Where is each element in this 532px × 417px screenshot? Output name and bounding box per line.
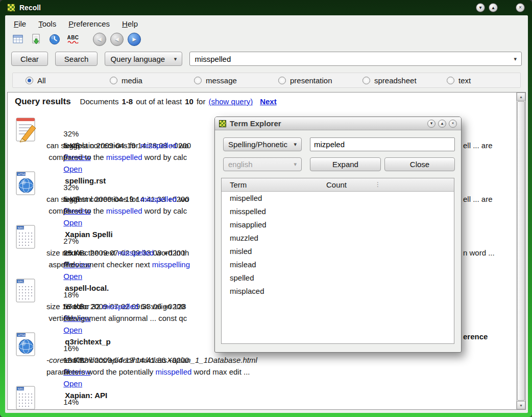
filter-option[interactable]: text [434,76,518,85]
result-snippet: parameters word the potentially misspell… [46,366,515,378]
result-headline: 14% 5 KB Preview Open indexer.h [46,384,515,396]
radio-icon[interactable] [278,77,286,84]
column-resize-handle[interactable]: ⋮ [375,180,381,190]
term-cell[interactable]: muzzled [222,231,326,245]
svg-text:SRC: SRC [18,226,25,229]
dialog-icon [219,120,226,127]
term-cell[interactable]: misapplied [222,218,326,231]
filter-option[interactable]: All [13,76,97,85]
radio-icon[interactable] [194,77,202,84]
filter-label: media [122,76,142,85]
page-navigation: ◀ ◀ ▶ [93,33,141,46]
filter-label: text [458,76,471,85]
term-column-header[interactable]: Term [222,180,326,189]
expansion-mode-combobox[interactable]: Spelling/Phonetic ▾ [223,137,302,151]
svg-text:HTML: HTML [18,334,27,337]
term-cell[interactable]: mispelled [222,192,326,205]
filter-row: All media message presentation spreadshe… [12,73,521,88]
app-icon [7,4,15,12]
window-controls: ▾ ▴ × [476,3,525,12]
term-cell[interactable]: misled [222,245,326,258]
language-combobox[interactable]: english ▾ [223,157,302,171]
search-row: Clear Search Query language ▾ ▾ [5,49,528,68]
radio-icon[interactable] [110,77,117,84]
save-query-icon[interactable] [30,33,43,46]
radio-icon[interactable] [362,77,370,84]
scroll-down-button[interactable]: ▼ [517,401,525,409]
term-table-header[interactable]: Term Count ⋮ [222,178,454,192]
close-button[interactable]: Close [384,157,455,171]
dialog-shade-button[interactable]: ▾ [427,120,436,128]
file-type-icon: SRC [15,384,46,410]
count-column-header[interactable]: Count [326,180,347,189]
term-row[interactable]: muzzled [222,231,454,245]
query-mode-combobox[interactable]: Query language ▾ [105,52,182,66]
result-range: 1-8 [122,97,133,106]
file-type-icon: HTML [15,331,46,378]
term-row[interactable]: misled [222,245,454,258]
term-cell[interactable]: spelled [222,271,326,285]
next-page-link[interactable]: Next [260,97,277,106]
results-title: Query results [15,97,71,107]
term-row[interactable]: misplaced [222,285,454,298]
scroll-thumb[interactable] [517,101,525,401]
query-setup-icon[interactable] [11,33,25,46]
toolbar: ABC ◀ ◀ ▶ [5,30,528,49]
filter-option[interactable]: spreadsheet [350,76,434,85]
term-cell[interactable]: mislead [222,258,326,271]
next-page-button[interactable]: ▶ [128,33,141,46]
radio-icon[interactable] [447,77,454,84]
dialog-unshade-button[interactable]: ▴ [438,120,446,128]
of-text: out of at least [136,97,182,106]
dialog-title: Term Explorer [230,119,281,128]
search-button[interactable]: Search [55,52,98,66]
spellcheck-icon[interactable]: ABC [66,33,80,46]
term-row[interactable]: mispelled [222,192,454,205]
term-input[interactable] [310,137,455,151]
result-item: SRC 14% 5 KB Preview Open indexer.h text… [15,384,515,410]
query-input[interactable] [195,55,514,63]
menu-tools[interactable]: Tools [36,19,59,29]
expand-button[interactable]: Expand [310,157,381,171]
svg-text:SRC: SRC [18,387,25,390]
results-scrollbar[interactable]: ▲ ▼ [516,92,525,409]
radio-icon[interactable] [26,77,33,84]
term-row[interactable]: spelled [222,271,454,285]
first-page-button[interactable]: ◀ [93,33,106,46]
scroll-up-button[interactable]: ▲ [517,92,525,101]
term-explorer-dialog: Term Explorer ▾ ▴ × Spelling/Phonetic ▾ … [214,117,462,353]
result-total: 10 [185,97,194,106]
menu-file[interactable]: File [11,19,29,29]
for-word: for [197,97,206,106]
menu-preferences[interactable]: Preferences [66,19,112,29]
filter-option[interactable]: presentation [265,76,350,85]
term-cell[interactable]: misplaced [222,285,326,298]
file-type-icon: HTML [15,170,46,217]
file-type-icon: SRC [15,277,46,324]
filter-label: spreadsheet [374,76,417,85]
show-query-link[interactable]: (show query) [208,97,253,106]
filter-option[interactable]: message [181,76,265,85]
query-combobox[interactable]: ▾ [189,52,522,66]
term-row[interactable]: mislead [222,258,454,271]
chevron-down-icon[interactable]: ▾ [514,56,517,62]
dialog-close-button[interactable]: × [449,120,457,128]
menu-help[interactable]: Help [119,19,140,29]
recoll-window: Recoll ▾ ▴ × File Tools Preferences Help [0,0,532,417]
chevron-down-icon: ▾ [294,161,297,167]
window-close-button[interactable]: × [516,3,525,12]
window-title: Recoll [19,4,41,12]
result-snippet [46,408,515,410]
shade-button[interactable]: ▾ [476,3,485,12]
clear-button[interactable]: Clear [11,52,48,66]
term-row[interactable]: misapplied [222,218,454,231]
prev-page-button[interactable]: ◀ [110,33,124,46]
titlebar[interactable]: Recoll ▾ ▴ × [0,0,532,15]
term-cell[interactable]: misspelled [222,205,326,218]
file-type-icon: SRC [15,223,46,270]
history-clock-icon[interactable] [48,33,61,46]
unshade-button[interactable]: ▴ [489,3,498,12]
dialog-titlebar[interactable]: Term Explorer ▾ ▴ × [215,117,461,130]
filter-option[interactable]: media [97,76,181,85]
term-row[interactable]: misspelled [222,205,454,218]
